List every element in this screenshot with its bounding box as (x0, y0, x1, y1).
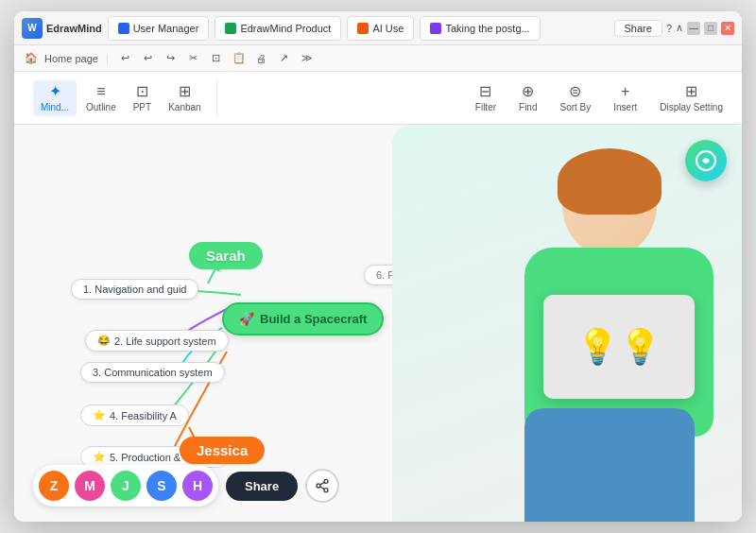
tab-icon-edrawmind (225, 23, 236, 34)
float-logo-icon[interactable] (685, 140, 727, 181)
jessica-name: Jessica (197, 442, 248, 458)
minimize-button[interactable]: — (687, 22, 700, 35)
ppt-icon: ⊡ (136, 84, 148, 99)
tab-label-user-manager: User Manager (133, 23, 199, 34)
avatar-bar: Z M J S H Share (33, 465, 339, 507)
center-node-label: Build a Spacecraft (260, 312, 367, 326)
tab-icon-postg (430, 23, 441, 34)
toolbar-right: ⊟ Filter ⊕ Find ⊜ Sort By + Insert ⊞ Dis… (468, 80, 730, 116)
export-icon[interactable]: ↗ (275, 49, 294, 68)
display-setting-tool[interactable]: ⊞ Display Setting (652, 80, 730, 116)
find-label: Find (519, 102, 537, 112)
filter-label: Filter (475, 102, 496, 112)
avatar-j[interactable]: J (109, 469, 143, 503)
sarah-name: Sarah (206, 248, 246, 264)
node-feasibility[interactable]: ⭐ 4. Feasibility A (80, 404, 189, 426)
node-navigation[interactable]: 1. Navigation and guid (71, 279, 198, 300)
center-node: 🚀 Build a Spacecraft (222, 302, 384, 335)
tab-label-ai: AI Use (372, 23, 404, 34)
view-tools-group: ✦ Mind... ≡ Outline ⊡ PPT ⊞ Kanban (26, 80, 217, 116)
person-image: 💡💡 (392, 125, 742, 522)
logo-icon: W (22, 18, 43, 39)
undo2-button[interactable]: ↩ (139, 49, 158, 68)
kanban-label: Kanban (168, 102, 200, 112)
node-life-support[interactable]: 😂 2. Life support system (85, 330, 229, 352)
edrawmind-float-icon (695, 149, 717, 172)
display-icon: ⊞ (685, 84, 697, 99)
avatar-s[interactable]: S (145, 469, 179, 503)
center-emoji: 🚀 (239, 312, 254, 326)
chevron-icon: ∧ (676, 22, 683, 34)
sort-icon: ⊜ (569, 84, 581, 99)
share-button[interactable]: Share (226, 472, 298, 501)
share-network-icon (315, 478, 330, 493)
app-name: EdrawMind (46, 23, 102, 34)
outline-label: Outline (86, 102, 116, 112)
close-button[interactable]: ✕ (721, 22, 734, 35)
tab-icon-ai (357, 23, 369, 34)
tab-label-postg: Taking the postg... (445, 23, 529, 34)
jessica-name-tag: Jessica (180, 437, 265, 464)
filter-icon: ⊟ (479, 84, 491, 99)
node-communication[interactable]: 3. Communication system (80, 362, 225, 383)
tab-ai-use[interactable]: AI Use (347, 16, 414, 41)
kanban-tool[interactable]: ⊞ Kanban (161, 80, 208, 116)
filter-tool[interactable]: ⊟ Filter (468, 80, 504, 116)
find-tool[interactable]: ⊕ Find (511, 80, 544, 116)
node-feasibility-label: 4. Feasibility A (110, 410, 177, 421)
node-life-support-label: 2. Life support system (114, 335, 216, 347)
svg-line-5 (320, 482, 325, 485)
sort-tool[interactable]: ⊜ Sort By (552, 80, 598, 116)
undo-button[interactable]: ↩ (116, 49, 135, 68)
node-communication-label: 3. Communication system (93, 367, 213, 378)
app-logo: W EdrawMind (22, 18, 102, 39)
mind-label: Mind... (41, 102, 69, 112)
ppt-tool[interactable]: ⊡ PPT (126, 80, 159, 116)
insert-label: Insert (613, 102, 637, 112)
production-star: ⭐ (93, 451, 106, 463)
redo-button[interactable]: ↪ (162, 49, 180, 68)
tab-label-edrawmind: EdrawMind Product (240, 23, 331, 34)
tab-user-manager[interactable]: User Manager (108, 16, 210, 41)
maximize-button[interactable]: □ (704, 22, 717, 35)
tab-icon-user-manager (118, 23, 129, 34)
svg-point-2 (317, 484, 320, 488)
avatar-z[interactable]: Z (37, 469, 71, 503)
home-icon[interactable]: 🏠 (22, 49, 41, 68)
toolbar-main: ✦ Mind... ≡ Outline ⊡ PPT ⊞ Kanban ⊟ Fil… (14, 72, 742, 125)
life-support-emoji: 😂 (97, 335, 111, 347)
feasibility-star: ⭐ (93, 409, 106, 421)
avatar-h[interactable]: H (180, 469, 215, 503)
copy-icon[interactable]: ⊡ (207, 49, 226, 68)
print-icon[interactable]: 🖨 (252, 49, 271, 68)
cut-icon[interactable]: ✂ (184, 49, 203, 68)
home-label: Home page (44, 53, 98, 64)
svg-line-4 (320, 487, 325, 490)
mind-icon: ✦ (49, 84, 61, 99)
share-link-icon[interactable] (305, 469, 339, 503)
share-title-button[interactable]: Share (614, 20, 662, 37)
node-navigation-label: 1. Navigation and guid (83, 284, 186, 295)
display-label: Display Setting (660, 102, 723, 112)
content-area: 🚀 Build a Spacecraft 1. Navigation and g… (14, 125, 742, 522)
avatar-m[interactable]: M (73, 469, 107, 503)
find-icon: ⊕ (522, 84, 534, 99)
tab-edrawmind-product[interactable]: EdrawMind Product (215, 16, 341, 41)
sort-label: Sort By (559, 102, 591, 112)
sarah-name-tag: Sarah (189, 242, 263, 269)
insert-tool[interactable]: + Insert (606, 80, 644, 116)
outline-tool[interactable]: ≡ Outline (78, 80, 124, 116)
svg-point-1 (324, 479, 328, 483)
title-bar: W EdrawMind User Manager EdrawMind Produ… (14, 11, 742, 45)
outline-icon: ≡ (96, 84, 105, 99)
svg-point-3 (324, 489, 328, 492)
kanban-icon: ⊞ (179, 84, 191, 99)
app-window: W EdrawMind User Manager EdrawMind Produ… (14, 11, 742, 522)
window-controls: Share ? ∧ — □ ✕ (614, 20, 734, 37)
paste-icon[interactable]: 📋 (230, 49, 249, 68)
mind-tool[interactable]: ✦ Mind... (33, 80, 77, 116)
tab-taking-postg[interactable]: Taking the postg... (420, 16, 540, 41)
more-icon[interactable]: ≫ (298, 49, 317, 68)
help-icon[interactable]: ? (666, 23, 672, 34)
insert-icon: + (621, 84, 629, 99)
